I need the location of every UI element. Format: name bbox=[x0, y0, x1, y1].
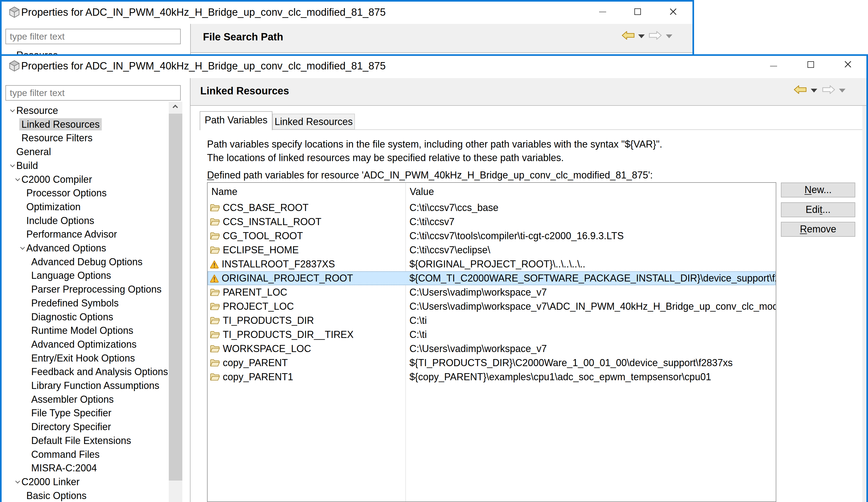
sidebar-item-label: Performance Advisor bbox=[24, 228, 119, 240]
sidebar-item-label: MISRA-C:2004 bbox=[29, 462, 99, 474]
sidebar-item-label: Feedback and Analysis Options bbox=[29, 366, 170, 378]
path-variable-row[interactable]: ECLIPSE_HOMEC:\ti\ccsv7\eclipse\ bbox=[208, 243, 776, 257]
path-variable-row[interactable]: TI_PRODUCTS_DIRC:\ti bbox=[208, 314, 776, 328]
forward-button[interactable] bbox=[649, 30, 662, 42]
path-variable-value: C:\ti\ccsv7\ccs_base bbox=[405, 201, 776, 215]
path-variable-name: TI_PRODUCTS_DIR bbox=[223, 315, 314, 326]
sidebar-item-resource-filters[interactable]: Resource Filters bbox=[2, 131, 168, 145]
sidebar-item-advanced-options[interactable]: Advanced Options bbox=[2, 241, 168, 255]
filter-input[interactable] bbox=[6, 29, 181, 44]
sidebar-item-diagnostic-options[interactable]: Diagnostic Options bbox=[2, 310, 168, 324]
path-variable-value: C:\ti bbox=[405, 328, 776, 342]
sidebar-item-linked-resources[interactable]: Linked Resources bbox=[2, 117, 168, 131]
header-separator bbox=[190, 105, 866, 106]
sidebar-item-performance-advisor[interactable]: Performance Advisor bbox=[2, 227, 168, 241]
close-button[interactable] bbox=[844, 60, 852, 70]
forward-button[interactable] bbox=[822, 85, 835, 96]
path-variable-row[interactable]: PROJECT_LOCC:\Users\vadimp\workspace_v7\… bbox=[208, 300, 776, 314]
path-variable-value: C:\Users\vadimp\workspace_v7 bbox=[405, 285, 776, 300]
sidebar-item[interactable]: Resource bbox=[2, 48, 168, 54]
folder-icon bbox=[210, 316, 220, 325]
path-variable-row[interactable]: CG_TOOL_ROOTC:\ti\ccsv7\tools\compiler\t… bbox=[208, 229, 776, 243]
folder-icon bbox=[210, 358, 220, 367]
back-arrow-icon bbox=[622, 30, 635, 40]
sidebar-item-advanced-debug-options[interactable]: Advanced Debug Options bbox=[2, 255, 168, 269]
path-variable-row[interactable]: CCS_BASE_ROOTC:\ti\ccsv7\ccs_base bbox=[208, 201, 776, 215]
sidebar-item-language-options[interactable]: Language Options bbox=[2, 269, 168, 282]
sidebar-item-feedback-and-analysis-options[interactable]: Feedback and Analysis Options bbox=[2, 365, 168, 379]
sidebar-item-assembler-options[interactable]: Assembler Options bbox=[2, 393, 168, 406]
sidebar-item-parser-preprocessing-options[interactable]: Parser Preprocessing Options bbox=[2, 282, 168, 296]
back-button[interactable] bbox=[794, 85, 807, 96]
path-variable-row[interactable]: INSTALLROOT_F2837XS${ORIGINAL_PROJECT_RO… bbox=[208, 257, 776, 271]
path-variable-row[interactable]: WORKSPACE_LOCC:\Users\vadimp\workspace_v… bbox=[208, 342, 776, 356]
back-dropdown-icon[interactable] bbox=[638, 34, 645, 38]
scrollbar-thumb[interactable] bbox=[169, 114, 182, 481]
path-variable-name: INSTALLROOT_F2837XS bbox=[222, 259, 335, 270]
properties-dialog-icon bbox=[8, 6, 21, 20]
minimize-button[interactable] bbox=[770, 66, 777, 67]
sidebar-item-include-options[interactable]: Include Options bbox=[2, 214, 168, 228]
edit-button[interactable]: Edit... bbox=[781, 202, 855, 217]
warning-icon bbox=[210, 260, 219, 269]
path-variable-value: ${TI_PRODUCTS_DIR}\C2000Ware_1_00_01_00\… bbox=[405, 356, 776, 370]
back-dropdown-icon[interactable] bbox=[811, 89, 817, 93]
sidebar-item-basic-options[interactable]: Basic Options bbox=[2, 489, 168, 502]
sidebar-item-resource[interactable]: Resource bbox=[2, 104, 168, 117]
back-arrow-icon bbox=[794, 85, 807, 95]
page-title: Linked Resources bbox=[200, 85, 289, 96]
tab-path-variables[interactable]: Path Variables bbox=[200, 111, 272, 130]
path-variable-row[interactable]: CCS_INSTALL_ROOTC:\ti\ccsv7 bbox=[208, 215, 776, 229]
close-button[interactable] bbox=[669, 8, 677, 17]
path-variables-table[interactable]: Name Value CCS_BASE_ROOTC:\ti\ccsv7\ccs_… bbox=[207, 182, 776, 502]
sidebar-item-c2000-compiler[interactable]: C2000 Compiler bbox=[2, 172, 168, 186]
tab-label: Path Variables bbox=[205, 114, 267, 126]
sidebar-item-library-function-assumptions[interactable]: Library Function Assumptions bbox=[2, 379, 168, 393]
path-variable-name: CCS_BASE_ROOT bbox=[223, 202, 309, 213]
sidebar-item-label: Command Files bbox=[29, 448, 102, 460]
sidebar-item-label: Advanced Debug Options bbox=[29, 256, 145, 268]
sidebar-item-misra-c-2004[interactable]: MISRA-C:2004 bbox=[2, 461, 168, 475]
sidebar-item-predefined-symbols[interactable]: Predefined Symbols bbox=[2, 296, 168, 310]
forward-arrow-icon bbox=[822, 85, 835, 95]
scrollbar-up-button[interactable] bbox=[169, 102, 182, 114]
path-variable-row[interactable]: TI_PRODUCTS_DIR__TIREXC:\ti bbox=[208, 328, 776, 342]
path-variable-name: CCS_INSTALL_ROOT bbox=[223, 216, 321, 228]
sidebar-item-file-type-specifier[interactable]: File Type Specifier bbox=[2, 406, 168, 420]
sidebar-item-build[interactable]: Build bbox=[2, 159, 168, 172]
sidebar-item-default-file-extensions[interactable]: Default File Extensions bbox=[2, 434, 168, 448]
sidebar-item-label: File Type Specifier bbox=[29, 407, 113, 419]
path-variable-value: ${ORIGINAL_PROJECT_ROOT}\..\..\..\.. bbox=[405, 257, 776, 271]
maximize-button[interactable] bbox=[634, 8, 641, 15]
column-header-value[interactable]: Value bbox=[410, 183, 434, 201]
maximize-button[interactable] bbox=[807, 61, 814, 68]
forward-dropdown-icon[interactable] bbox=[666, 34, 672, 38]
sidebar-item-command-files[interactable]: Command Files bbox=[2, 448, 168, 461]
sidebar-item-advanced-optimizations[interactable]: Advanced Optimizations bbox=[2, 337, 168, 351]
remove-button[interactable]: Remove bbox=[781, 222, 855, 237]
path-variable-row[interactable]: copy_PARENT1${copy_PARENT}\examples\cpu1… bbox=[208, 370, 776, 384]
folder-icon bbox=[210, 330, 220, 339]
sidebar-item-directory-specifier[interactable]: Directory Specifier bbox=[2, 420, 168, 434]
sidebar-item-entry-exit-hook-options[interactable]: Entry/Exit Hook Options bbox=[2, 351, 168, 365]
sidebar-item-processor-options[interactable]: Processor Options bbox=[2, 186, 168, 200]
new-button[interactable]: New... bbox=[781, 182, 855, 197]
path-variable-row[interactable]: copy_PARENT${TI_PRODUCTS_DIR}\C2000Ware_… bbox=[208, 356, 776, 370]
path-variable-row[interactable]: PARENT_LOCC:\Users\vadimp\workspace_v7 bbox=[208, 285, 776, 300]
forward-dropdown-icon[interactable] bbox=[839, 89, 846, 93]
path-variable-row[interactable]: ORIGINAL_PROJECT_ROOT${COM_TI_C2000WARE_… bbox=[208, 271, 776, 285]
sidebar-item-general[interactable]: General bbox=[2, 145, 168, 159]
column-header-name[interactable]: Name bbox=[211, 183, 237, 201]
sidebar-item-label: Language Options bbox=[29, 269, 113, 282]
minimize-button[interactable] bbox=[599, 11, 606, 12]
sidebar-item-label: Resource bbox=[14, 104, 60, 117]
sidebar-scrollbar[interactable] bbox=[169, 102, 182, 502]
sidebar-item-runtime-model-options[interactable]: Runtime Model Options bbox=[2, 324, 168, 337]
path-variable-value: ${COM_TI_C2000WARE_SOFTWARE_PACKAGE_INST… bbox=[405, 271, 776, 285]
tab-linked-resources[interactable]: Linked Resources bbox=[272, 114, 355, 130]
sidebar-item-optimization[interactable]: Optimization bbox=[2, 200, 168, 214]
path-variables-description-line2: The locations of linked resources may be… bbox=[207, 152, 564, 164]
back-button[interactable] bbox=[622, 30, 635, 42]
sidebar-item-c2000-linker[interactable]: C2000 Linker bbox=[2, 475, 168, 489]
path-variable-name: copy_PARENT bbox=[223, 357, 288, 368]
